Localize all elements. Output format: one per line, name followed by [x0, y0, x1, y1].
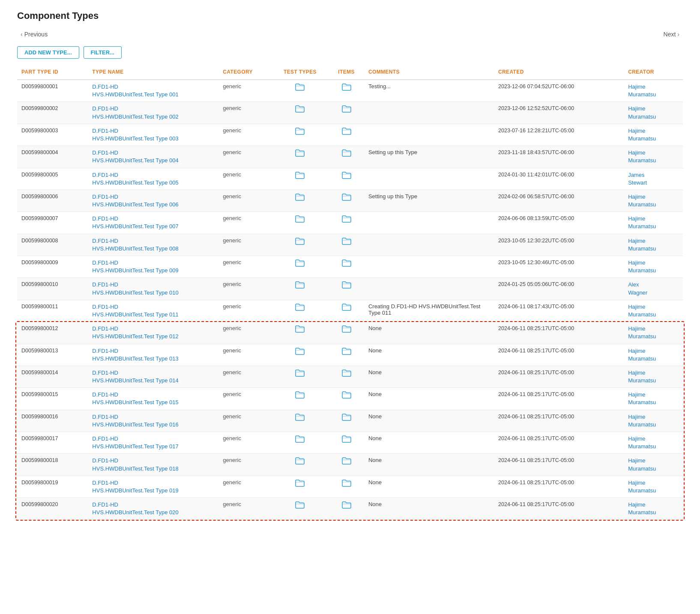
toolbar: ADD NEW TYPE... FILTER... — [17, 46, 683, 59]
test-types-cell[interactable] — [272, 256, 329, 278]
test-types-cell[interactable] — [272, 212, 329, 234]
items-cell[interactable] — [329, 300, 364, 322]
test-types-cell[interactable] — [272, 410, 329, 432]
comment-text: None — [368, 501, 382, 507]
test-types-cell[interactable] — [272, 388, 329, 410]
items-cell[interactable] — [329, 190, 364, 212]
items-cell[interactable] — [329, 102, 364, 124]
type-name-link[interactable]: D.FD1-HD HVS.HWDBUnitTest.Test Type 001 — [92, 83, 214, 98]
test-types-cell[interactable] — [272, 322, 329, 344]
creator-link[interactable]: Hajime Muramatsu — [628, 413, 679, 429]
comments-cell: None — [364, 432, 494, 454]
items-cell[interactable] — [329, 322, 364, 344]
creator-link[interactable]: Hajime Muramatsu — [628, 435, 679, 450]
items-cell[interactable] — [329, 344, 364, 366]
type-name-link[interactable]: D.FD1-HD HVS.HWDBUnitTest.Test Type 005 — [92, 171, 214, 187]
test-types-cell[interactable] — [272, 476, 329, 498]
items-cell[interactable] — [329, 498, 364, 520]
test-types-cell[interactable] — [272, 124, 329, 146]
creator-link[interactable]: Hajime Muramatsu — [628, 259, 679, 274]
filter-button[interactable]: FILTER... — [84, 46, 122, 59]
type-name-link[interactable]: D.FD1-HD HVS.HWDBUnitTest.Test Type 008 — [92, 237, 214, 253]
type-name-cell: D.FD1-HD HVS.HWDBUnitTest.Test Type 013 — [88, 344, 218, 366]
creator-link[interactable]: Hajime Muramatsu — [628, 127, 679, 143]
test-types-cell[interactable] — [272, 190, 329, 212]
test-types-cell[interactable] — [272, 498, 329, 520]
creator-link[interactable]: Hajime Muramatsu — [628, 501, 679, 516]
items-cell[interactable] — [329, 146, 364, 168]
items-cell[interactable] — [329, 366, 364, 387]
creator-link[interactable]: Hajime Muramatsu — [628, 193, 679, 209]
next-button[interactable]: Next › — [660, 29, 683, 39]
creator-link[interactable]: Hajime Muramatsu — [628, 237, 679, 253]
type-name-link[interactable]: D.FD1-HD HVS.HWDBUnitTest.Test Type 002 — [92, 105, 214, 120]
test-types-cell[interactable] — [272, 366, 329, 387]
items-cell[interactable] — [329, 278, 364, 300]
creator-link[interactable]: Hajime Muramatsu — [628, 347, 679, 363]
table-row: D00599800006D.FD1-HD HVS.HWDBUnitTest.Te… — [17, 190, 683, 212]
test-types-cell[interactable] — [272, 146, 329, 168]
creator-link[interactable]: James Stewart — [628, 171, 679, 187]
test-types-cell[interactable] — [272, 80, 329, 102]
type-name-link[interactable]: D.FD1-HD HVS.HWDBUnitTest.Test Type 019 — [92, 479, 214, 495]
creator-link[interactable]: Hajime Muramatsu — [628, 149, 679, 164]
test-types-cell[interactable] — [272, 454, 329, 476]
category-value: generic — [223, 193, 241, 200]
test-types-cell[interactable] — [272, 102, 329, 124]
test-types-cell[interactable] — [272, 344, 329, 366]
test-types-cell[interactable] — [272, 278, 329, 300]
type-name-link[interactable]: D.FD1-HD HVS.HWDBUnitTest.Test Type 006 — [92, 193, 214, 209]
type-name-link[interactable]: D.FD1-HD HVS.HWDBUnitTest.Test Type 010 — [92, 281, 214, 296]
creator-link[interactable]: Hajime Muramatsu — [628, 391, 679, 406]
test-types-cell[interactable] — [272, 432, 329, 454]
part-type-id-cell: D00599800001 — [17, 80, 88, 102]
test-types-cell[interactable] — [272, 300, 329, 322]
items-cell[interactable] — [329, 388, 364, 410]
creator-link[interactable]: Hajime Muramatsu — [628, 479, 679, 495]
type-name-link[interactable]: D.FD1-HD HVS.HWDBUnitTest.Test Type 007 — [92, 215, 214, 230]
items-cell[interactable] — [329, 212, 364, 234]
type-name-link[interactable]: D.FD1-HD HVS.HWDBUnitTest.Test Type 020 — [92, 501, 214, 516]
col-header-comments: COMMENTS — [364, 65, 494, 80]
items-cell[interactable] — [329, 454, 364, 476]
items-cell[interactable] — [329, 432, 364, 454]
creator-link[interactable]: Hajime Muramatsu — [628, 303, 679, 319]
items-cell[interactable] — [329, 410, 364, 432]
previous-button[interactable]: ‹ Previous — [17, 29, 51, 39]
items-cell[interactable] — [329, 124, 364, 146]
type-name-link[interactable]: D.FD1-HD HVS.HWDBUnitTest.Test Type 016 — [92, 413, 214, 429]
type-name-link[interactable]: D.FD1-HD HVS.HWDBUnitTest.Test Type 018 — [92, 457, 214, 472]
type-name-link[interactable]: D.FD1-HD HVS.HWDBUnitTest.Test Type 014 — [92, 369, 214, 384]
type-name-link[interactable]: D.FD1-HD HVS.HWDBUnitTest.Test Type 013 — [92, 347, 214, 363]
category-cell: generic — [218, 102, 271, 124]
type-name-cell: D.FD1-HD HVS.HWDBUnitTest.Test Type 018 — [88, 454, 218, 476]
type-name-link[interactable]: D.FD1-HD HVS.HWDBUnitTest.Test Type 012 — [92, 325, 214, 340]
creator-link[interactable]: Hajime Muramatsu — [628, 325, 679, 340]
created-date: 2023-07-16 12:28:21UTC-05:00 — [498, 128, 574, 134]
items-cell[interactable] — [329, 476, 364, 498]
creator-link[interactable]: Hajime Muramatsu — [628, 369, 679, 384]
creator-link[interactable]: Hajime Muramatsu — [628, 457, 679, 472]
creator-cell: Hajime Muramatsu — [624, 410, 683, 432]
test-types-cell[interactable] — [272, 168, 329, 190]
test-types-cell[interactable] — [272, 234, 329, 256]
creator-link[interactable]: Hajime Muramatsu — [628, 215, 679, 230]
items-cell[interactable] — [329, 168, 364, 190]
creator-link[interactable]: Hajime Muramatsu — [628, 83, 679, 98]
creator-link[interactable]: Hajime Muramatsu — [628, 105, 679, 120]
table-row: D00599800019D.FD1-HD HVS.HWDBUnitTest.Te… — [17, 476, 683, 498]
folder-icon — [342, 457, 351, 465]
type-name-link[interactable]: D.FD1-HD HVS.HWDBUnitTest.Test Type 003 — [92, 127, 214, 143]
items-cell[interactable] — [329, 256, 364, 278]
created-cell: 2023-10-05 12:30:46UTC-05:00 — [494, 256, 624, 278]
type-name-link[interactable]: D.FD1-HD HVS.HWDBUnitTest.Test Type 015 — [92, 391, 214, 406]
items-cell[interactable] — [329, 234, 364, 256]
type-name-link[interactable]: D.FD1-HD HVS.HWDBUnitTest.Test Type 009 — [92, 259, 214, 274]
creator-link[interactable]: Alex Wagner — [628, 281, 679, 296]
type-name-link[interactable]: D.FD1-HD HVS.HWDBUnitTest.Test Type 017 — [92, 435, 214, 450]
type-name-link[interactable]: D.FD1-HD HVS.HWDBUnitTest.Test Type 004 — [92, 149, 214, 164]
created-cell: 2024-06-11 08:25:17UTC-05:00 — [494, 454, 624, 476]
type-name-link[interactable]: D.FD1-HD HVS.HWDBUnitTest.Test Type 011 — [92, 303, 214, 319]
add-new-type-button[interactable]: ADD NEW TYPE... — [17, 46, 79, 59]
items-cell[interactable] — [329, 80, 364, 102]
